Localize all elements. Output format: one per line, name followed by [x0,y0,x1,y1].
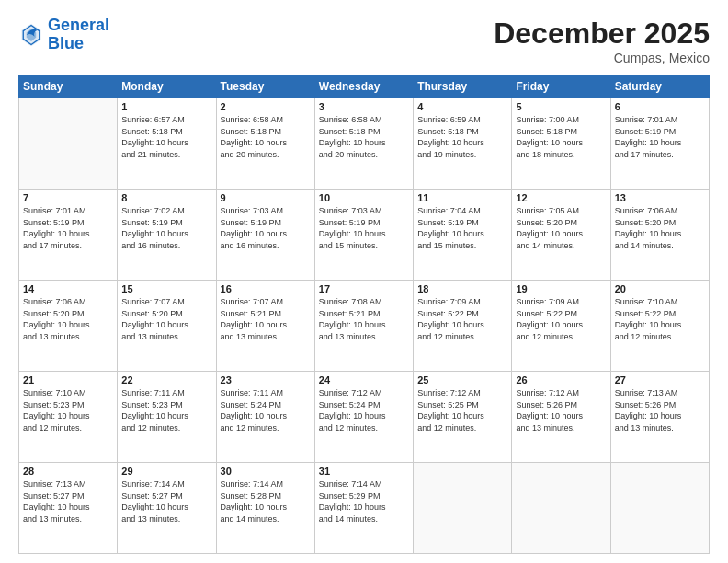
day-info: Sunrise: 6:57 AM Sunset: 5:18 PM Dayligh… [121,114,211,160]
day-info: Sunrise: 7:05 AM Sunset: 5:20 PM Dayligh… [516,205,606,251]
calendar-cell: 24Sunrise: 7:12 AM Sunset: 5:24 PM Dayli… [314,372,413,463]
day-info: Sunrise: 7:13 AM Sunset: 5:26 PM Dayligh… [615,387,705,433]
day-info: Sunrise: 7:14 AM Sunset: 5:27 PM Dayligh… [121,478,211,524]
day-number: 11 [417,192,507,203]
calendar-cell: 10Sunrise: 7:03 AM Sunset: 5:19 PM Dayli… [314,190,413,281]
calendar-cell: 8Sunrise: 7:02 AM Sunset: 5:19 PM Daylig… [118,190,216,281]
weekday-header-monday: Monday [118,75,216,98]
day-info: Sunrise: 7:14 AM Sunset: 5:28 PM Dayligh… [221,478,311,524]
day-number: 28 [23,465,113,477]
day-info: Sunrise: 7:09 AM Sunset: 5:22 PM Dayligh… [516,296,606,342]
day-info: Sunrise: 7:10 AM Sunset: 5:22 PM Dayligh… [615,296,705,342]
calendar-week-row: 7Sunrise: 7:01 AM Sunset: 5:19 PM Daylig… [19,190,710,281]
day-number: 21 [23,374,113,385]
day-info: Sunrise: 6:59 AM Sunset: 5:18 PM Dayligh… [417,114,507,160]
calendar-cell: 28Sunrise: 7:13 AM Sunset: 5:27 PM Dayli… [19,463,118,554]
day-info: Sunrise: 7:14 AM Sunset: 5:29 PM Dayligh… [319,478,409,524]
day-number: 12 [516,192,606,203]
day-info: Sunrise: 7:09 AM Sunset: 5:22 PM Dayligh… [417,296,507,342]
day-number: 6 [615,101,705,112]
day-number: 14 [23,283,113,294]
calendar-cell: 15Sunrise: 7:07 AM Sunset: 5:20 PM Dayli… [118,281,216,372]
page: General Blue December 2025 Cumpas, Mexic… [0,0,728,563]
day-number: 31 [319,465,409,477]
day-number: 17 [319,283,409,294]
calendar-cell: 1Sunrise: 6:57 AM Sunset: 5:18 PM Daylig… [118,98,216,190]
calendar-cell: 9Sunrise: 7:03 AM Sunset: 5:19 PM Daylig… [216,190,314,281]
calendar-week-row: 28Sunrise: 7:13 AM Sunset: 5:27 PM Dayli… [19,463,710,554]
calendar-cell: 16Sunrise: 7:07 AM Sunset: 5:21 PM Dayli… [216,281,314,372]
day-number: 3 [319,101,409,112]
day-number: 4 [417,101,507,112]
calendar-cell: 23Sunrise: 7:11 AM Sunset: 5:24 PM Dayli… [216,372,314,463]
day-number: 25 [417,374,507,385]
calendar-cell: 11Sunrise: 7:04 AM Sunset: 5:19 PM Dayli… [414,190,512,281]
calendar-cell: 14Sunrise: 7:06 AM Sunset: 5:20 PM Dayli… [19,281,118,372]
day-number: 24 [319,374,409,385]
day-info: Sunrise: 7:08 AM Sunset: 5:21 PM Dayligh… [319,296,409,342]
calendar-cell [414,463,512,554]
calendar-cell [610,463,709,554]
day-info: Sunrise: 7:10 AM Sunset: 5:23 PM Dayligh… [23,387,113,433]
day-number: 5 [516,101,606,112]
calendar-cell: 30Sunrise: 7:14 AM Sunset: 5:28 PM Dayli… [216,463,314,554]
calendar-cell: 25Sunrise: 7:12 AM Sunset: 5:25 PM Dayli… [414,372,512,463]
day-info: Sunrise: 7:07 AM Sunset: 5:21 PM Dayligh… [221,296,311,342]
calendar-cell: 19Sunrise: 7:09 AM Sunset: 5:22 PM Dayli… [512,281,610,372]
calendar-week-row: 14Sunrise: 7:06 AM Sunset: 5:20 PM Dayli… [19,281,710,372]
day-info: Sunrise: 6:58 AM Sunset: 5:18 PM Dayligh… [221,114,311,160]
day-info: Sunrise: 7:01 AM Sunset: 5:19 PM Dayligh… [615,114,705,160]
day-info: Sunrise: 7:03 AM Sunset: 5:19 PM Dayligh… [319,205,409,251]
day-info: Sunrise: 7:11 AM Sunset: 5:24 PM Dayligh… [221,387,311,433]
day-number: 10 [319,192,409,203]
day-info: Sunrise: 7:12 AM Sunset: 5:26 PM Dayligh… [516,387,606,433]
day-number: 22 [121,374,211,385]
calendar-cell: 4Sunrise: 6:59 AM Sunset: 5:18 PM Daylig… [414,98,512,190]
day-number: 26 [516,374,606,385]
calendar-cell: 20Sunrise: 7:10 AM Sunset: 5:22 PM Dayli… [610,281,709,372]
day-info: Sunrise: 7:11 AM Sunset: 5:23 PM Dayligh… [121,387,211,433]
day-number: 23 [221,374,311,385]
calendar-cell [19,98,118,190]
month-year-title: December 2025 [494,17,710,51]
day-number: 16 [221,283,311,294]
logo: General Blue [18,17,109,53]
day-info: Sunrise: 7:02 AM Sunset: 5:19 PM Dayligh… [121,205,211,251]
calendar-cell: 2Sunrise: 6:58 AM Sunset: 5:18 PM Daylig… [216,98,314,190]
calendar-cell: 7Sunrise: 7:01 AM Sunset: 5:19 PM Daylig… [19,190,118,281]
day-number: 29 [121,465,211,477]
calendar-cell: 5Sunrise: 7:00 AM Sunset: 5:18 PM Daylig… [512,98,610,190]
general-blue-logo-icon [18,22,44,48]
weekday-header-sunday: Sunday [19,75,118,98]
day-info: Sunrise: 7:03 AM Sunset: 5:19 PM Dayligh… [221,205,311,251]
weekday-header-friday: Friday [512,75,610,98]
day-info: Sunrise: 7:01 AM Sunset: 5:19 PM Dayligh… [23,205,113,251]
day-number: 27 [615,374,705,385]
logo-line1: General [48,17,109,35]
day-info: Sunrise: 7:13 AM Sunset: 5:27 PM Dayligh… [23,478,113,524]
calendar-cell: 27Sunrise: 7:13 AM Sunset: 5:26 PM Dayli… [610,372,709,463]
location-subtitle: Cumpas, Mexico [494,51,710,65]
weekday-header-wednesday: Wednesday [314,75,413,98]
day-info: Sunrise: 7:12 AM Sunset: 5:25 PM Dayligh… [417,387,507,433]
day-info: Sunrise: 7:00 AM Sunset: 5:18 PM Dayligh… [516,114,606,160]
logo-general: General [48,16,109,34]
calendar-cell: 22Sunrise: 7:11 AM Sunset: 5:23 PM Dayli… [118,372,216,463]
calendar-table: SundayMondayTuesdayWednesdayThursdayFrid… [18,75,710,554]
logo-line2: Blue [48,35,109,53]
calendar-header-row: SundayMondayTuesdayWednesdayThursdayFrid… [19,75,710,98]
calendar-cell: 21Sunrise: 7:10 AM Sunset: 5:23 PM Dayli… [19,372,118,463]
day-number: 19 [516,283,606,294]
day-number: 7 [23,192,113,203]
logo-text-block: General Blue [48,17,109,53]
calendar-cell: 17Sunrise: 7:08 AM Sunset: 5:21 PM Dayli… [314,281,413,372]
calendar-week-row: 1Sunrise: 6:57 AM Sunset: 5:18 PM Daylig… [19,98,710,190]
day-info: Sunrise: 7:12 AM Sunset: 5:24 PM Dayligh… [319,387,409,433]
calendar-week-row: 21Sunrise: 7:10 AM Sunset: 5:23 PM Dayli… [19,372,710,463]
weekday-header-thursday: Thursday [414,75,512,98]
day-info: Sunrise: 7:04 AM Sunset: 5:19 PM Dayligh… [417,205,507,251]
calendar-cell: 3Sunrise: 6:58 AM Sunset: 5:18 PM Daylig… [314,98,413,190]
title-block: December 2025 Cumpas, Mexico [494,17,710,65]
day-number: 13 [615,192,705,203]
day-number: 18 [417,283,507,294]
